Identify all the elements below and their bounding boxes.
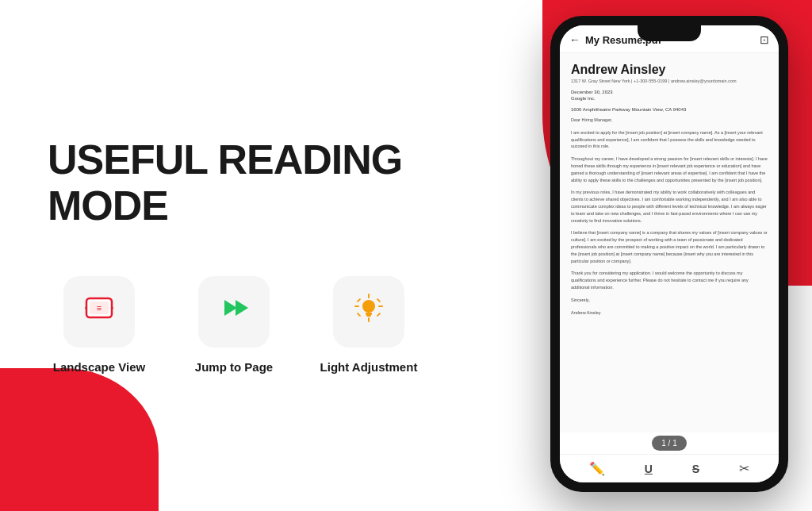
svg-marker-6 <box>236 300 248 316</box>
feature-landscape-view[interactable]: ≡ ‹ › Landscape View <box>48 276 151 374</box>
main-title: USEFUL READING MODE <box>48 137 476 228</box>
resume-company-address: 1600 Amphitheatre Parkway Mountain View,… <box>571 107 768 112</box>
back-arrow-icon[interactable]: ← <box>569 33 580 46</box>
left-content-area: USEFUL READING MODE ≡ ‹ › Landscape View <box>0 0 476 511</box>
landscape-icon: ≡ ‹ › <box>82 290 117 332</box>
svg-rect-9 <box>368 317 370 322</box>
feature-jump-to-page[interactable]: Jump to Page <box>182 276 285 374</box>
resume-para-5: Thank you for considering my application… <box>571 270 768 290</box>
resume-date: December 30, 2023 <box>571 90 768 94</box>
resume-para-4: I believe that [insert company name] is … <box>571 229 768 264</box>
phone-notch <box>638 25 701 41</box>
svg-text:≡: ≡ <box>97 303 102 313</box>
landscape-view-label: Landscape View <box>53 360 145 374</box>
svg-rect-11 <box>378 305 383 307</box>
jump-icon <box>216 290 251 332</box>
feature-light-adjustment[interactable]: Light Adjustment <box>317 276 420 374</box>
menu-icon[interactable]: ⊡ <box>760 33 769 46</box>
resume-signature: Andrew Ainsley <box>571 309 768 317</box>
resume-name: Andrew Ainsley <box>571 63 768 77</box>
scissors-icon[interactable]: ✂ <box>739 461 749 476</box>
page-indicator: 1 / 1 <box>652 436 686 451</box>
svg-marker-5 <box>224 300 237 316</box>
resume-para-3: In my previous roles, I have demonstrate… <box>571 189 768 224</box>
svg-rect-15 <box>377 313 381 317</box>
phone-outer: ← My Resume.pdf ⊡ Andrew Ainsley 1317 W.… <box>550 16 788 492</box>
phone-screen: ← My Resume.pdf ⊡ Andrew Ainsley 1317 W.… <box>560 25 779 482</box>
light-adjustment-icon-box <box>333 276 404 348</box>
resume-salutation: Dear Hiring Manager, <box>571 117 768 124</box>
pencil-icon[interactable]: ✏️ <box>589 461 605 476</box>
resume-para-2: Throughout my career, I have developed a… <box>571 156 768 183</box>
svg-text:‹: ‹ <box>85 304 87 312</box>
landscape-icon-box: ≡ ‹ › <box>63 276 135 348</box>
features-row: ≡ ‹ › Landscape View Jump to Page <box>48 276 476 374</box>
phone-mockup: ← My Resume.pdf ⊡ Andrew Ainsley 1317 W.… <box>550 16 788 492</box>
pdf-content: Andrew Ainsley 1317 W. Gray Street New Y… <box>560 53 779 432</box>
svg-rect-14 <box>357 313 362 317</box>
light-icon <box>351 290 386 332</box>
underline-icon[interactable]: U <box>645 463 653 475</box>
svg-rect-13 <box>377 298 381 303</box>
svg-text:›: › <box>112 304 114 312</box>
resume-company-name: Google Inc. <box>571 96 768 101</box>
svg-rect-16 <box>366 313 372 315</box>
pdf-toolbar: ✏️ U S ✂ <box>560 454 779 482</box>
svg-rect-8 <box>368 294 370 298</box>
jump-to-page-icon-box <box>198 276 270 348</box>
resume-contact: 1317 W. Gray Street New York | +1-300-55… <box>571 79 768 83</box>
light-adjustment-label: Light Adjustment <box>320 360 418 374</box>
svg-rect-12 <box>357 298 362 303</box>
strikethrough-icon[interactable]: S <box>692 463 699 475</box>
svg-point-7 <box>362 300 375 313</box>
resume-para-1: I am excited to apply for the [insert jo… <box>571 129 768 150</box>
svg-rect-10 <box>354 305 359 307</box>
resume-sincerely: Sincerely, <box>571 297 768 304</box>
svg-rect-17 <box>366 315 371 317</box>
jump-to-page-label: Jump to Page <box>195 360 273 374</box>
